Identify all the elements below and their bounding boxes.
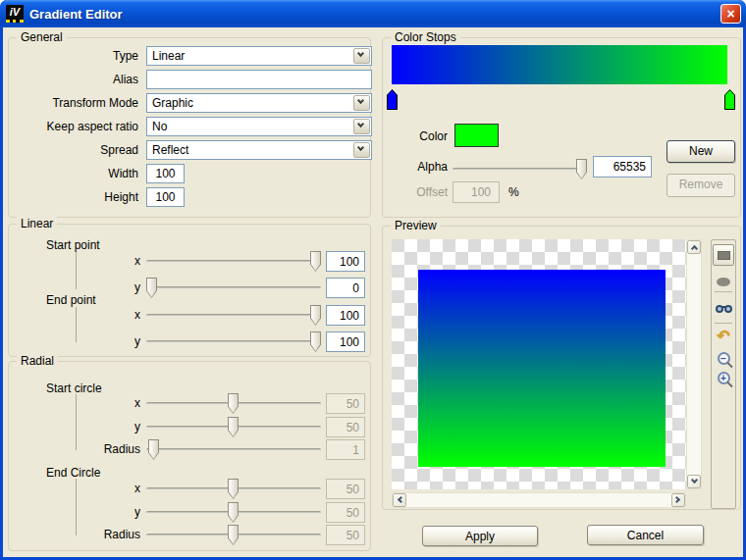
slider-thumb[interactable]	[146, 278, 157, 298]
height-input[interactable]: 100	[146, 187, 185, 207]
linear-group: Linear Start point x 100 y 0 End point x…	[8, 224, 371, 357]
alias-input[interactable]	[146, 70, 372, 89]
radial-start-y-slider	[146, 426, 321, 429]
radial-end-radius-slider	[146, 534, 321, 536]
alpha-value-input[interactable]: 65535	[593, 156, 652, 178]
ellipse-tool-button[interactable]	[714, 272, 733, 291]
transform-mode-combobox[interactable]: Graphic	[146, 93, 372, 113]
radial-start-radius-row: Radius 1	[9, 439, 370, 461]
apply-button[interactable]: Apply	[422, 526, 538, 546]
chevron-down-icon	[357, 121, 364, 127]
percent-label: %	[508, 185, 519, 199]
linear-end-y-value[interactable]: 100	[326, 331, 365, 352]
preview-gradient	[418, 270, 666, 467]
cancel-button[interactable]: Cancel	[587, 525, 704, 545]
scroll-down-button[interactable]	[687, 475, 701, 488]
radial-end-x-row: x 50	[9, 479, 370, 500]
slider-thumb[interactable]	[310, 331, 321, 352]
chevron-down-icon	[357, 50, 364, 57]
y-axis-label: y	[48, 280, 140, 294]
preview-horizontal-scrollbar[interactable]	[392, 492, 686, 508]
titlebar[interactable]: iV Gradient Editor ×	[0, 0, 746, 27]
linear-legend: Linear	[17, 217, 57, 231]
radial-start-radius-slider	[146, 448, 321, 451]
preview-vertical-scrollbar[interactable]	[686, 239, 702, 489]
slider-thumb[interactable]	[310, 305, 321, 326]
x-axis-label: x	[48, 308, 140, 322]
radial-end-radius-row: Radius 50	[9, 525, 370, 546]
alpha-label: Alpha	[391, 160, 448, 174]
chevron-right-icon	[673, 496, 680, 503]
offset-input: 100	[453, 181, 500, 203]
transform-mode-label: Transform Mode	[19, 96, 138, 110]
x-axis-label: x	[48, 254, 140, 268]
keep-aspect-ratio-combobox[interactable]: No	[146, 117, 372, 136]
start-point-label: Start point	[46, 238, 100, 252]
toolbar-separator	[715, 291, 732, 292]
gradient-editor-dialog: iV Gradient Editor × General Type Linear…	[0, 0, 746, 560]
preview-glasses-button[interactable]	[714, 299, 733, 319]
type-dropdown-button[interactable]	[353, 48, 370, 64]
slider-thumb	[228, 479, 239, 499]
chevron-down-icon	[691, 477, 698, 484]
radial-end-x-slider	[146, 487, 321, 490]
rectangle-tool-button[interactable]	[713, 244, 734, 266]
zoom-in-icon: +	[718, 372, 730, 384]
type-combobox[interactable]: Linear	[146, 46, 372, 66]
linear-start-x-slider[interactable]	[146, 260, 321, 263]
slider-thumb	[228, 502, 239, 523]
undo-icon: ↶	[717, 327, 729, 345]
chevron-down-icon	[357, 144, 364, 151]
radius-label: Radius	[48, 442, 140, 456]
slider-thumb	[148, 439, 159, 460]
linear-end-x-slider[interactable]	[146, 314, 321, 317]
linear-end-y-row: y 100	[9, 331, 370, 353]
radial-start-radius-value: 1	[326, 439, 365, 460]
slider-thumb[interactable]	[310, 251, 321, 272]
zoom-out-icon: −	[718, 352, 730, 365]
offset-label: Offset	[391, 185, 448, 199]
alpha-slider[interactable]	[453, 168, 587, 171]
gradient-stop-marker-start[interactable]	[387, 89, 398, 110]
linear-start-y-value[interactable]: 0	[326, 278, 365, 298]
scroll-left-button[interactable]	[393, 493, 406, 507]
toolbar-separator	[715, 323, 732, 324]
gradient-stop-marker-end[interactable]	[724, 89, 735, 110]
slider-thumb[interactable]	[576, 159, 587, 179]
undo-button[interactable]: ↶	[714, 326, 733, 345]
general-group: General Type Linear Alias Transform Mode…	[8, 37, 371, 218]
preview-toolbar: ↶ − +	[711, 239, 736, 509]
spread-dropdown-button[interactable]	[353, 142, 370, 158]
type-label: Type	[19, 49, 138, 63]
spread-combobox[interactable]: Reflect	[146, 140, 372, 160]
preview-group: Preview ↶ − +	[382, 226, 741, 510]
keep-aspect-ratio-dropdown-button[interactable]	[353, 119, 370, 134]
linear-end-x-row: x 100	[9, 305, 370, 327]
transform-mode-value: Graphic	[152, 96, 193, 110]
linear-end-x-value[interactable]: 100	[326, 305, 365, 326]
linear-start-x-row: x 100	[9, 251, 370, 273]
gradient-bar[interactable]	[392, 45, 727, 84]
linear-end-y-slider[interactable]	[146, 340, 321, 343]
transform-mode-dropdown-button[interactable]	[353, 95, 370, 111]
general-legend: General	[17, 30, 67, 45]
scroll-up-button[interactable]	[687, 240, 701, 254]
new-stop-button[interactable]: New	[666, 140, 735, 163]
y-axis-label: y	[48, 505, 140, 519]
zoom-out-button[interactable]: −	[714, 348, 733, 368]
zoom-in-button[interactable]: +	[714, 368, 733, 387]
close-button[interactable]: ×	[720, 4, 741, 24]
radial-start-x-slider	[146, 402, 321, 405]
spread-label: Spread	[19, 143, 138, 157]
color-swatch[interactable]	[454, 124, 499, 147]
remove-stop-button: Remove	[666, 174, 735, 197]
width-input[interactable]: 100	[146, 164, 185, 183]
linear-start-y-slider[interactable]	[146, 286, 321, 289]
preview-legend: Preview	[391, 219, 441, 233]
scroll-right-button[interactable]	[671, 493, 685, 507]
linear-start-x-value[interactable]: 100	[326, 251, 365, 272]
preview-canvas	[392, 239, 686, 489]
color-label: Color	[391, 129, 448, 143]
keep-aspect-ratio-label: Keep aspect ratio	[19, 120, 138, 133]
slider-thumb	[228, 417, 239, 437]
